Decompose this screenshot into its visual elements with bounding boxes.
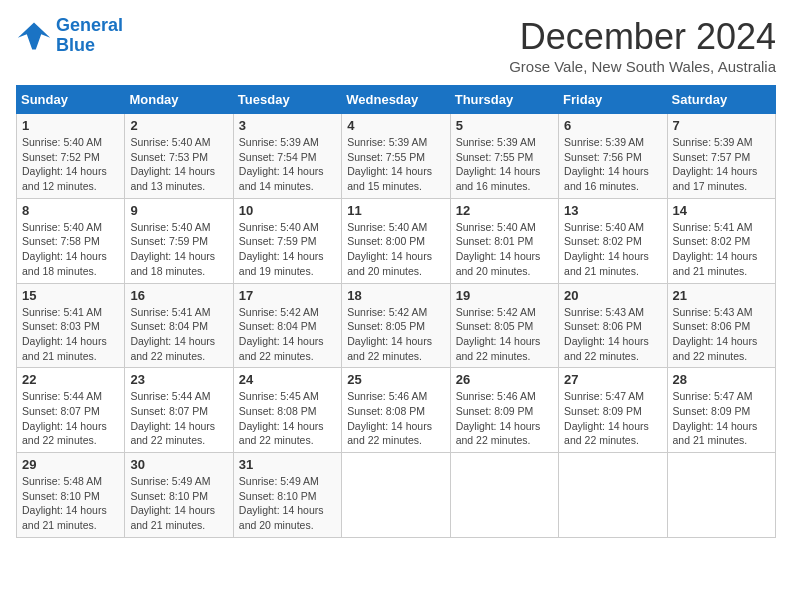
calendar-cell: 26Sunrise: 5:46 AMSunset: 8:09 PMDayligh…	[450, 368, 558, 453]
day-info: Sunrise: 5:44 AMSunset: 8:07 PMDaylight:…	[130, 389, 227, 448]
location-subtitle: Grose Vale, New South Wales, Australia	[509, 58, 776, 75]
day-number: 6	[564, 118, 661, 133]
day-number: 31	[239, 457, 336, 472]
calendar-week-3: 15Sunrise: 5:41 AMSunset: 8:03 PMDayligh…	[17, 283, 776, 368]
day-number: 19	[456, 288, 553, 303]
calendar-cell: 12Sunrise: 5:40 AMSunset: 8:01 PMDayligh…	[450, 198, 558, 283]
calendar-cell: 3Sunrise: 5:39 AMSunset: 7:54 PMDaylight…	[233, 114, 341, 199]
calendar-cell: 2Sunrise: 5:40 AMSunset: 7:53 PMDaylight…	[125, 114, 233, 199]
calendar-week-4: 22Sunrise: 5:44 AMSunset: 8:07 PMDayligh…	[17, 368, 776, 453]
calendar-cell: 25Sunrise: 5:46 AMSunset: 8:08 PMDayligh…	[342, 368, 450, 453]
day-header-sunday: Sunday	[17, 86, 125, 114]
day-number: 16	[130, 288, 227, 303]
calendar-cell: 22Sunrise: 5:44 AMSunset: 8:07 PMDayligh…	[17, 368, 125, 453]
day-number: 10	[239, 203, 336, 218]
title-section: December 2024 Grose Vale, New South Wale…	[509, 16, 776, 75]
calendar-week-2: 8Sunrise: 5:40 AMSunset: 7:58 PMDaylight…	[17, 198, 776, 283]
day-info: Sunrise: 5:43 AMSunset: 8:06 PMDaylight:…	[564, 305, 661, 364]
day-info: Sunrise: 5:49 AMSunset: 8:10 PMDaylight:…	[130, 474, 227, 533]
day-header-thursday: Thursday	[450, 86, 558, 114]
logo-line1: General	[56, 15, 123, 35]
day-info: Sunrise: 5:40 AMSunset: 7:58 PMDaylight:…	[22, 220, 119, 279]
day-info: Sunrise: 5:40 AMSunset: 7:53 PMDaylight:…	[130, 135, 227, 194]
day-info: Sunrise: 5:39 AMSunset: 7:55 PMDaylight:…	[347, 135, 444, 194]
day-number: 26	[456, 372, 553, 387]
day-info: Sunrise: 5:47 AMSunset: 8:09 PMDaylight:…	[564, 389, 661, 448]
day-number: 1	[22, 118, 119, 133]
day-info: Sunrise: 5:40 AMSunset: 8:02 PMDaylight:…	[564, 220, 661, 279]
day-info: Sunrise: 5:40 AMSunset: 7:52 PMDaylight:…	[22, 135, 119, 194]
calendar-cell: 13Sunrise: 5:40 AMSunset: 8:02 PMDayligh…	[559, 198, 667, 283]
day-info: Sunrise: 5:41 AMSunset: 8:03 PMDaylight:…	[22, 305, 119, 364]
header: General Blue December 2024 Grose Vale, N…	[16, 16, 776, 75]
day-number: 11	[347, 203, 444, 218]
calendar-week-1: 1Sunrise: 5:40 AMSunset: 7:52 PMDaylight…	[17, 114, 776, 199]
day-info: Sunrise: 5:46 AMSunset: 8:08 PMDaylight:…	[347, 389, 444, 448]
calendar-cell: 18Sunrise: 5:42 AMSunset: 8:05 PMDayligh…	[342, 283, 450, 368]
day-info: Sunrise: 5:42 AMSunset: 8:04 PMDaylight:…	[239, 305, 336, 364]
calendar-cell	[559, 453, 667, 538]
day-header-saturday: Saturday	[667, 86, 775, 114]
day-info: Sunrise: 5:40 AMSunset: 8:01 PMDaylight:…	[456, 220, 553, 279]
calendar-cell	[667, 453, 775, 538]
day-info: Sunrise: 5:42 AMSunset: 8:05 PMDaylight:…	[456, 305, 553, 364]
calendar-table: SundayMondayTuesdayWednesdayThursdayFrid…	[16, 85, 776, 538]
calendar-cell: 6Sunrise: 5:39 AMSunset: 7:56 PMDaylight…	[559, 114, 667, 199]
day-info: Sunrise: 5:39 AMSunset: 7:56 PMDaylight:…	[564, 135, 661, 194]
day-number: 17	[239, 288, 336, 303]
day-number: 15	[22, 288, 119, 303]
calendar-cell	[450, 453, 558, 538]
logo: General Blue	[16, 16, 123, 56]
day-info: Sunrise: 5:39 AMSunset: 7:55 PMDaylight:…	[456, 135, 553, 194]
day-info: Sunrise: 5:45 AMSunset: 8:08 PMDaylight:…	[239, 389, 336, 448]
day-header-friday: Friday	[559, 86, 667, 114]
calendar-cell: 11Sunrise: 5:40 AMSunset: 8:00 PMDayligh…	[342, 198, 450, 283]
day-info: Sunrise: 5:41 AMSunset: 8:02 PMDaylight:…	[673, 220, 770, 279]
calendar-cell: 27Sunrise: 5:47 AMSunset: 8:09 PMDayligh…	[559, 368, 667, 453]
day-info: Sunrise: 5:43 AMSunset: 8:06 PMDaylight:…	[673, 305, 770, 364]
day-number: 14	[673, 203, 770, 218]
calendar-cell: 29Sunrise: 5:48 AMSunset: 8:10 PMDayligh…	[17, 453, 125, 538]
calendar-cell: 24Sunrise: 5:45 AMSunset: 8:08 PMDayligh…	[233, 368, 341, 453]
calendar-cell: 4Sunrise: 5:39 AMSunset: 7:55 PMDaylight…	[342, 114, 450, 199]
day-number: 7	[673, 118, 770, 133]
day-info: Sunrise: 5:46 AMSunset: 8:09 PMDaylight:…	[456, 389, 553, 448]
day-info: Sunrise: 5:39 AMSunset: 7:57 PMDaylight:…	[673, 135, 770, 194]
day-number: 22	[22, 372, 119, 387]
logo-text: General Blue	[56, 16, 123, 56]
calendar-cell: 14Sunrise: 5:41 AMSunset: 8:02 PMDayligh…	[667, 198, 775, 283]
calendar-cell: 10Sunrise: 5:40 AMSunset: 7:59 PMDayligh…	[233, 198, 341, 283]
day-number: 4	[347, 118, 444, 133]
day-info: Sunrise: 5:39 AMSunset: 7:54 PMDaylight:…	[239, 135, 336, 194]
calendar-cell: 8Sunrise: 5:40 AMSunset: 7:58 PMDaylight…	[17, 198, 125, 283]
calendar-cell	[342, 453, 450, 538]
calendar-cell: 15Sunrise: 5:41 AMSunset: 8:03 PMDayligh…	[17, 283, 125, 368]
calendar-cell: 17Sunrise: 5:42 AMSunset: 8:04 PMDayligh…	[233, 283, 341, 368]
day-info: Sunrise: 5:49 AMSunset: 8:10 PMDaylight:…	[239, 474, 336, 533]
day-number: 2	[130, 118, 227, 133]
day-info: Sunrise: 5:48 AMSunset: 8:10 PMDaylight:…	[22, 474, 119, 533]
day-number: 18	[347, 288, 444, 303]
day-number: 24	[239, 372, 336, 387]
day-header-wednesday: Wednesday	[342, 86, 450, 114]
day-info: Sunrise: 5:40 AMSunset: 8:00 PMDaylight:…	[347, 220, 444, 279]
calendar-cell: 16Sunrise: 5:41 AMSunset: 8:04 PMDayligh…	[125, 283, 233, 368]
day-number: 28	[673, 372, 770, 387]
day-number: 20	[564, 288, 661, 303]
calendar-cell: 23Sunrise: 5:44 AMSunset: 8:07 PMDayligh…	[125, 368, 233, 453]
day-info: Sunrise: 5:40 AMSunset: 7:59 PMDaylight:…	[239, 220, 336, 279]
calendar-cell: 28Sunrise: 5:47 AMSunset: 8:09 PMDayligh…	[667, 368, 775, 453]
day-number: 13	[564, 203, 661, 218]
month-title: December 2024	[509, 16, 776, 58]
day-number: 25	[347, 372, 444, 387]
calendar-cell: 21Sunrise: 5:43 AMSunset: 8:06 PMDayligh…	[667, 283, 775, 368]
day-header-tuesday: Tuesday	[233, 86, 341, 114]
calendar-header-row: SundayMondayTuesdayWednesdayThursdayFrid…	[17, 86, 776, 114]
calendar-cell: 9Sunrise: 5:40 AMSunset: 7:59 PMDaylight…	[125, 198, 233, 283]
calendar-cell: 5Sunrise: 5:39 AMSunset: 7:55 PMDaylight…	[450, 114, 558, 199]
calendar-cell: 19Sunrise: 5:42 AMSunset: 8:05 PMDayligh…	[450, 283, 558, 368]
day-number: 9	[130, 203, 227, 218]
logo-line2: Blue	[56, 35, 95, 55]
calendar-week-5: 29Sunrise: 5:48 AMSunset: 8:10 PMDayligh…	[17, 453, 776, 538]
day-number: 29	[22, 457, 119, 472]
